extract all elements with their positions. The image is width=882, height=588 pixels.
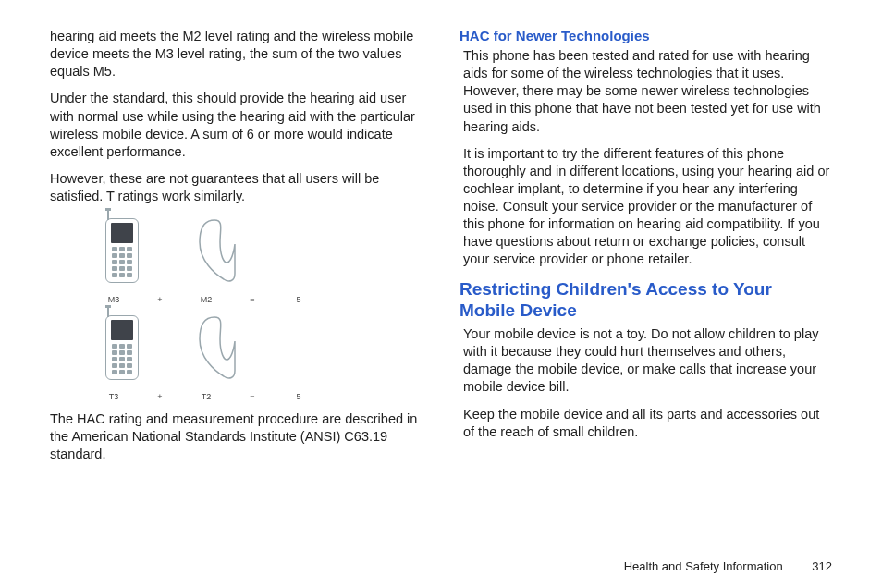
eq-op: + (150, 392, 170, 401)
left-column: hearing aid meets the M2 level rating an… (50, 28, 423, 566)
right-para-4: Keep the mobile device and all its parts… (459, 406, 832, 441)
mobile-phone-icon (105, 315, 139, 380)
left-para-3: However, these are not guarantees that a… (50, 170, 423, 205)
eq-result: 5 (288, 295, 309, 304)
eq-op: = (242, 295, 263, 304)
footer-label: Health and Safety Information (624, 559, 783, 573)
equation-t: T3 + T2 = 5 (104, 392, 309, 401)
diagram-row-t: T3 + T2 = 5 (94, 312, 307, 409)
columns: hearing aid meets the M2 level rating an… (50, 28, 832, 566)
page: hearing aid meets the M2 level rating an… (0, 0, 882, 588)
hearing-aid-icon (187, 313, 242, 383)
diagram-row-m: M3 + M2 = 5 (94, 214, 307, 312)
eq-op: + (150, 295, 170, 304)
left-para-1: hearing aid meets the M2 level rating an… (50, 28, 423, 80)
mobile-phone-icon (105, 218, 139, 283)
page-number: 312 (812, 559, 832, 573)
hac-diagram: M3 + M2 = 5 (94, 214, 307, 409)
left-para-2: Under the standard, this should provide … (50, 90, 423, 161)
eq-op: = (242, 392, 263, 401)
hearing-aid-icon (187, 216, 242, 286)
left-para-4: The HAC rating and measurement procedure… (50, 410, 423, 463)
eq-term: M2 (196, 295, 216, 304)
page-footer: Health and Safety Information 312 (624, 559, 832, 573)
right-para-1: This phone has been tested and rated for… (459, 47, 832, 136)
subheading-hac: HAC for Newer Technologies (459, 28, 832, 43)
eq-result: 5 (288, 392, 309, 401)
equation-m: M3 + M2 = 5 (104, 295, 309, 304)
right-para-2: It is important to try the different fea… (459, 145, 832, 269)
right-para-3: Your mobile device is not a toy. Do not … (459, 325, 832, 397)
eq-term: M3 (104, 295, 124, 304)
section-heading-restricting: Restricting Children's Access to Your Mo… (459, 278, 832, 323)
eq-term: T3 (104, 392, 124, 401)
eq-term: T2 (196, 392, 216, 401)
right-column: HAC for Newer Technologies This phone ha… (459, 28, 832, 566)
